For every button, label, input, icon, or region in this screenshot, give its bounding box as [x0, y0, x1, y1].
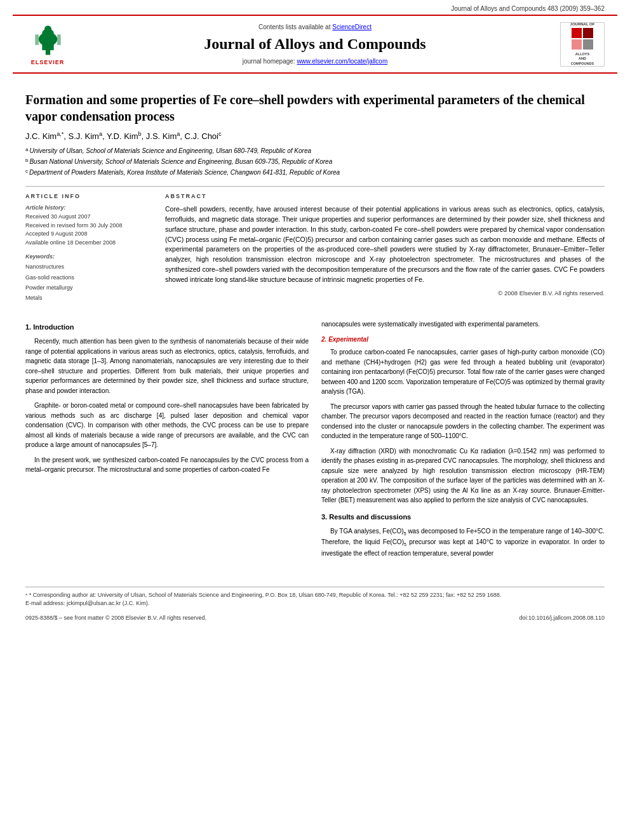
logo-sq-4 [583, 39, 593, 50]
issn-text: 0925-8388/$ – see front matter © 2008 El… [25, 615, 206, 621]
footnote-star-icon: * [25, 592, 27, 598]
experimental-title: Experimental [328, 336, 368, 343]
experimental-para-1: To produce carbon-coated Fe nanocapsules… [321, 347, 605, 397]
authors-line: J.C. Kima,*, S.J. Kima, Y.D. Kimb, J.S. … [25, 131, 605, 141]
affil-text-c: Department of Powders Materials, Korea I… [29, 168, 340, 177]
affiliation-a: a University of Ulsan, School of Materia… [25, 146, 605, 156]
keyword-4: Metals [25, 293, 152, 303]
keywords-label: Keywords: [25, 253, 152, 260]
results-para-1: By TGA analyses, Fe(CO)5 was decomposed … [321, 526, 605, 559]
keywords-list: Nanostructures Gas-solid reactions Powde… [25, 262, 152, 303]
logo-color-squares [572, 28, 593, 50]
intro-number: 1. [25, 323, 31, 331]
homepage-label: journal homepage: [243, 58, 295, 65]
elsevier-logo: ELSEVIER [30, 23, 65, 65]
affiliation-c: c Department of Powders Materials, Korea… [25, 168, 605, 177]
journal-logo-area: JOURNAL OF ALLOYSANDCOMPOUNDS [554, 21, 611, 67]
available-date: Available online 18 December 2008 [25, 239, 152, 248]
body-columns: 1. Introduction Recently, much attention… [25, 319, 605, 564]
svg-rect-5 [35, 34, 39, 44]
affil-text-a: University of Ulsan, School of Materials… [29, 146, 311, 156]
affiliation-b: b Busan National University, School of M… [25, 157, 605, 166]
keyword-1: Nanostructures [25, 262, 152, 272]
intro-section-title: 1. Introduction [25, 322, 309, 333]
sciencedirect-line: Contents lists available at ScienceDirec… [258, 23, 372, 30]
page: Journal of Alloys and Compounds 483 (200… [0, 0, 630, 840]
sciencedirect-link[interactable]: ScienceDirect [332, 23, 372, 30]
intro-continuation: nanocapsules were systematically investi… [321, 319, 605, 330]
author-sup-b: b [138, 131, 142, 137]
abstract-text: Core–shell powders, recently, have arous… [165, 204, 605, 284]
intro-title: Introduction [33, 323, 74, 331]
email-text: E-mail address: jckimpul@ulsan.ac.kr (J.… [25, 600, 149, 606]
logo-sq-2 [583, 28, 593, 38]
experimental-number: 2. [321, 336, 326, 343]
experimental-section-title: 2. Experimental [321, 335, 605, 345]
homepage-link[interactable]: www.elsevier.com/locate/jallcom [297, 58, 387, 65]
received-revised-date: Received in revised form 30 July 2008 [25, 222, 152, 230]
corresponding-text: * Corresponding author at: University of… [29, 592, 502, 598]
article-info-abstract: ARTICLE INFO Article history: Received 3… [25, 186, 605, 309]
copyright-line: © 2008 Elsevier B.V. All rights reserved… [165, 290, 605, 297]
logo-sq-3 [572, 39, 582, 50]
keyword-2: Gas-solid reactions [25, 272, 152, 283]
main-content: Formation and some properties of Fe core… [0, 74, 630, 577]
body-column-left: 1. Introduction Recently, much attention… [25, 319, 309, 564]
experimental-para-3: X-ray diffraction (XRD) with monochromat… [321, 446, 605, 505]
abstract-heading: ABSTRACT [165, 193, 605, 199]
author-sup-a1: a,* [57, 131, 64, 137]
body-column-right: nanocapsules were systematically investi… [321, 319, 605, 564]
journal-ref-text: Journal of Alloys and Compounds 483 (200… [451, 5, 605, 12]
article-history-group: Article history: Received 30 August 2007… [25, 204, 152, 247]
contents-label: Contents lists available at [258, 23, 330, 30]
experimental-para-2: The precursor vapors with carrier gas pa… [321, 402, 605, 441]
logo-sq-1 [572, 28, 582, 38]
affil-text-b: Busan National University, School of Mat… [29, 157, 332, 166]
email-footnote: E-mail address: jckimpul@ulsan.ac.kr (J.… [25, 599, 605, 608]
intro-para-3: In the present work, we synthesized carb… [25, 455, 309, 475]
affil-sup-a: a [25, 146, 28, 154]
footer-bottom: 0925-8388/$ – see front matter © 2008 El… [0, 612, 630, 623]
keyword-3: Powder metallurgy [25, 283, 152, 293]
sub-5-1: 5 [404, 531, 406, 536]
affiliations: a University of Ulsan, School of Materia… [25, 146, 605, 177]
history-label: Article history: [25, 204, 152, 211]
article-info-column: ARTICLE INFO Article history: Received 3… [25, 193, 152, 309]
svg-point-4 [44, 26, 51, 32]
received-date: Received 30 August 2007 [25, 213, 152, 222]
elsevier-tree-icon [30, 23, 65, 58]
corresponding-footnote: * * Corresponding author at: University … [25, 591, 605, 600]
affil-sup-b: b [25, 157, 28, 164]
journal-title: Journal of Alloys and Compounds [204, 36, 426, 53]
journal-homepage-line: journal homepage: www.elsevier.com/locat… [243, 58, 387, 65]
author-sup-a3: a [177, 131, 180, 137]
journal-title-area: Contents lists available at ScienceDirec… [76, 21, 554, 67]
svg-rect-6 [57, 34, 61, 44]
doi-text: doi:10.1016/j.jallcom.2008.08.110 [519, 615, 605, 621]
intro-para-1: Recently, much attention has been given … [25, 337, 309, 396]
author-sup-c: c [218, 131, 222, 137]
affil-sup-c: c [25, 168, 28, 175]
logo-text: ALLOYSANDCOMPOUNDS [571, 52, 594, 65]
footnote-area: * * Corresponding author at: University … [0, 587, 630, 612]
results-title: Results and discussions [329, 513, 411, 521]
intro-para-2: Graphite- or boron-coated metal or compo… [25, 401, 309, 450]
journal-reference: Journal of Alloys and Compounds 483 (200… [0, 0, 630, 15]
results-section-title: 3. Results and discussions [321, 512, 605, 523]
elsevier-wordmark: ELSEVIER [31, 59, 65, 65]
sub-5-2: 5 [404, 542, 406, 547]
results-number: 3. [321, 513, 327, 521]
author-sup-a2: a [99, 131, 102, 137]
journal-header: ELSEVIER Contents lists available at Sci… [13, 15, 617, 74]
elsevier-logo-area: ELSEVIER [19, 21, 76, 67]
accepted-date: Accepted 9 August 2008 [25, 230, 152, 239]
keywords-group: Keywords: Nanostructures Gas-solid react… [25, 253, 152, 303]
abstract-column: ABSTRACT Core–shell powders, recently, h… [165, 193, 605, 309]
journal-logo-box: JOURNAL OF ALLOYSANDCOMPOUNDS [560, 22, 605, 67]
article-title: Formation and some properties of Fe core… [25, 91, 605, 124]
article-info-heading: ARTICLE INFO [25, 193, 152, 199]
